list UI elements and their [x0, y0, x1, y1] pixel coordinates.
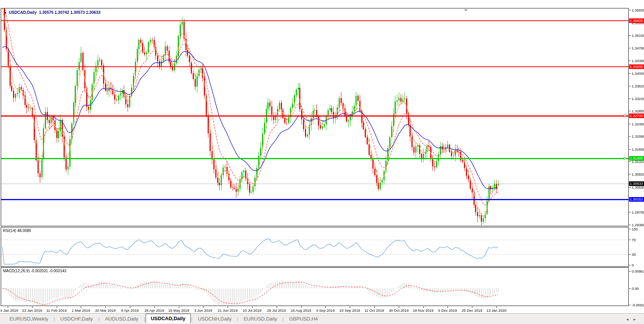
price-axis-tick	[629, 174, 631, 174]
time-axis-tick	[374, 306, 375, 308]
level-price-label: 1.34206	[629, 64, 644, 69]
price-axis-label: 1.30920	[632, 172, 644, 176]
tab-usdcnh-daily[interactable]: USDCNH,Daily	[193, 314, 236, 323]
chart-tab-bar: EURUSD,Weekly|USDCHF,Daily|AUDUSD,Daily|…	[0, 313, 644, 324]
price-axis-label: 1.32850	[632, 109, 644, 113]
price-axis-tick	[629, 99, 631, 99]
chart-caret-icon[interactable]: ▼	[4, 11, 7, 15]
rsi-axis-tick	[629, 254, 631, 255]
time-axis-label: 21 Jun 2019	[218, 308, 238, 312]
time-axis-tick	[57, 306, 57, 308]
price-axis-label: 1.34780	[632, 46, 644, 50]
time-axis-tick	[8, 306, 8, 308]
time-axis-tick	[130, 306, 130, 308]
macd-name: MACD(12,26,9)	[3, 269, 29, 273]
time-axis-label: 23 Jan 2019	[22, 308, 42, 312]
time-axis-tick	[350, 306, 350, 308]
time-axis-label: 23 Sep 2019	[339, 308, 360, 312]
rsi-name: RSI(14)	[3, 229, 16, 233]
trading-terminal: T ⇅ ▼ M1M5M15M30H1H4D1W1MN ▼USDCAD,Daily…	[0, 0, 644, 324]
macd-values: -0.002031 -0.003143	[31, 269, 66, 273]
time-axis-label: 26 Apr 2019	[144, 308, 164, 312]
tab-usdcad-daily[interactable]: USDCAD,Daily	[146, 314, 191, 323]
time-axis-label: 1 Mar 2019	[72, 308, 90, 312]
time-axis-tick	[179, 306, 179, 308]
rsi-axis-label: 70	[632, 238, 636, 242]
time-axis-label: 4 Jan 2019	[0, 308, 18, 312]
time-axis-tick	[32, 306, 33, 308]
time-axis-tick	[105, 306, 106, 308]
time-axis-tick	[497, 306, 497, 308]
price-axis-tick	[629, 225, 631, 225]
price-axis-tick	[629, 136, 631, 137]
tab-gbpusd-h4[interactable]: GBPUSD,H4	[284, 314, 323, 323]
price-axis[interactable]: 1.359301.355501.351601.347801.343901.340…	[629, 8, 644, 306]
price-axis-label: 1.29380	[632, 223, 644, 227]
tab-audusd-daily[interactable]: AUDUSD,Daily	[100, 314, 143, 323]
chart-title: ▼USDCAD,Daily 1.30575 1.30742 1.30573 1.…	[4, 10, 100, 15]
time-axis-tick	[472, 306, 472, 308]
time-axis-label: 29 Jul 2019	[267, 308, 286, 312]
price-axis-label: 1.29760	[632, 210, 644, 214]
price-axis-label: 1.33230	[632, 97, 644, 101]
rsi-axis-label: 30	[632, 252, 636, 257]
time-axis-label: 3 Jun 2019	[194, 308, 212, 312]
time-axis-label: 8 Apr 2019	[121, 308, 139, 312]
rsi-label: RSI(14) 48.0085	[3, 229, 31, 233]
price-axis-tick	[629, 149, 631, 150]
tab-separator: |	[191, 316, 192, 322]
chart-ohlc-values: 1.30575 1.30742 1.30573 1.30633	[39, 10, 101, 15]
macd-label: MACD(12,26,9) -0.002031 -0.003143	[3, 269, 66, 273]
time-axis-tick	[252, 306, 252, 308]
price-axis-tick	[629, 111, 631, 111]
level-price-label: 1.35606	[629, 18, 644, 23]
price-axis-label: 1.35930	[632, 8, 644, 12]
price-axis-tick	[629, 212, 631, 212]
time-axis-label: 6 Dec 2019	[438, 308, 457, 312]
price-axis-tick	[629, 187, 631, 187]
macd-axis-tick	[629, 271, 631, 271]
time-axis-tick	[301, 306, 302, 308]
time-axis-tick	[399, 306, 399, 308]
macd-axis-label: 0.00	[632, 286, 639, 291]
level-price-label: 1.32700	[629, 113, 644, 118]
time-axis-label: 10 Jul 2019	[243, 308, 261, 312]
price-axis-label: 1.33620	[632, 84, 644, 88]
tab-eurusd-daily[interactable]: EURUSD,Daily	[239, 314, 282, 323]
tab-usdchf-daily[interactable]: USDCHF,Daily	[55, 314, 98, 323]
tab-separator: |	[54, 316, 55, 322]
price-axis-label: 1.34390	[632, 59, 644, 63]
chart-canvas[interactable]	[0, 0, 644, 324]
price-axis-label: 1.34000	[632, 71, 644, 76]
rsi-axis-label: 0	[632, 263, 634, 267]
tab-eurusd-weekly[interactable]: EURUSD,Weekly	[5, 314, 53, 323]
time-axis-label: 25 Dec 2019	[462, 308, 482, 312]
current-price-label: 1.30633	[629, 181, 644, 186]
macd-axis-label: -0.009134	[632, 303, 644, 307]
time-axis-tick	[325, 306, 326, 308]
macd-axis-tick	[629, 288, 631, 289]
time-axis-label: 20 Mar 2019	[95, 308, 116, 312]
tab-separator: |	[237, 316, 238, 322]
tab-scroll-arrows[interactable]: ◄►	[626, 317, 640, 321]
tab-separator: |	[98, 316, 100, 322]
time-axis-label: 11 Feb 2019	[46, 308, 67, 312]
price-axis-tick	[629, 48, 631, 48]
rsi-axis-label: 100	[632, 227, 638, 231]
macd-axis-tick	[629, 305, 631, 305]
time-axis-label: 4 Sep 2019	[316, 308, 335, 312]
time-axis-tick	[228, 306, 228, 308]
time-axis-tick	[81, 306, 81, 308]
time-axis-label: 16 Aug 2019	[291, 308, 311, 312]
time-axis-tick	[423, 306, 424, 308]
rsi-axis-tick	[629, 265, 631, 265]
price-axis-tick	[629, 10, 631, 10]
level-price-label: 1.30152	[629, 197, 644, 202]
price-axis-tick	[629, 61, 631, 61]
time-axis-label: 15 May 2019	[168, 308, 189, 312]
price-axis-tick	[629, 73, 631, 74]
price-axis-label: 1.32080	[632, 134, 644, 138]
price-axis-tick	[629, 161, 631, 162]
time-axis[interactable]: 4 Jan 201923 Jan 201911 Feb 20191 Mar 20…	[1, 306, 629, 313]
time-axis-tick	[277, 306, 277, 308]
